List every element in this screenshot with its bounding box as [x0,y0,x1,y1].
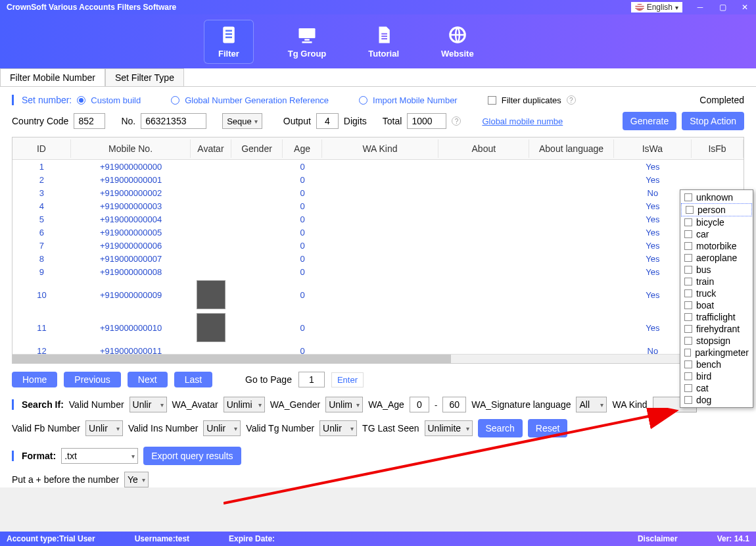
valid-ins-select[interactable]: Unlir▾ [203,420,241,436]
table-row[interactable]: 3+9190000000020No [12,186,744,199]
wa-avatar-select[interactable]: Unlimi▾ [224,397,265,412]
valid-number-select[interactable]: Unlir▾ [130,397,167,412]
filter-icon [219,25,239,45]
home-button[interactable]: Home [12,372,57,387]
dropdown-item[interactable]: car [680,228,753,240]
tab-filter-mobile[interactable]: Filter Mobile Number [0,68,105,86]
dropdown-item[interactable]: parkingmeter [680,347,753,359]
dropdown-item[interactable]: dog [680,394,753,406]
dropdown-item[interactable]: trafficlight [680,311,753,323]
checkbox-icon[interactable] [686,206,694,214]
checkbox-icon[interactable] [684,289,692,297]
tg-last-seen-select[interactable]: Unlimite▾ [425,420,473,436]
reset-button[interactable]: Reset [528,419,568,437]
globe-icon [448,25,467,45]
last-button[interactable]: Last [174,372,212,387]
total-input[interactable] [407,113,446,129]
table-row[interactable]: 7+9190000000060Yes [12,239,744,252]
table-row[interactable]: 4+9190000000030Yes [12,199,744,212]
dropdown-item[interactable]: boat [680,299,753,311]
table-row[interactable]: 11+9190000000100Yes [12,311,744,344]
table-row[interactable]: 9+9190000000080Yes [12,265,744,278]
checkbox-icon[interactable] [684,278,692,285]
language-select[interactable]: English ▾ [631,2,682,12]
checkbox-icon[interactable] [684,254,692,262]
output-input[interactable] [316,113,339,129]
dropdown-item[interactable]: firehydrant [680,323,753,335]
radio-global-gen[interactable] [171,96,179,105]
checkbox-icon[interactable] [684,372,692,380]
dropdown-item[interactable]: bus [680,264,753,276]
valid-tg-select[interactable]: Unlir▾ [319,420,357,436]
table-row[interactable]: 10+9190000000090Yes [12,278,744,311]
plus-prefix-select[interactable]: Ye▾ [124,472,149,487]
toolbar-website[interactable]: Website [433,20,482,64]
disclaimer-link[interactable]: Disclaimer [638,534,678,543]
dropdown-item[interactable]: bicycle [680,216,753,228]
search-button[interactable]: Search [478,419,523,437]
stop-action-button[interactable]: Stop Action [682,112,744,130]
checkbox-icon[interactable] [684,230,692,238]
help-icon[interactable]: ? [452,116,461,126]
checkbox-icon[interactable] [684,242,692,250]
svg-rect-7 [381,33,387,34]
previous-button[interactable]: Previous [64,372,120,387]
table-row[interactable]: 8+9190000000070Yes [12,252,744,265]
dropdown-item[interactable]: person [681,203,752,216]
monitor-icon [297,25,317,45]
maximize-button[interactable]: ▢ [711,0,734,14]
dropdown-item[interactable]: cat [680,382,753,394]
dropdown-item[interactable]: bird [680,370,753,382]
dropdown-item[interactable]: unknown [680,191,753,203]
enter-button[interactable]: Enter [331,372,364,387]
table-row[interactable]: 2+9190000000010Yes [12,173,744,186]
dropdown-item[interactable]: bench [680,359,753,370]
checkbox-icon[interactable] [684,218,692,226]
global-mobile-link[interactable]: Global mobile numbe [482,116,563,126]
toolbar-tutorial[interactable]: Tutorial [360,20,407,64]
table-row[interactable]: 6+9190000000050Yes [12,226,744,239]
checkbox-icon[interactable] [684,337,692,345]
dropdown-item[interactable]: truck [680,287,753,299]
checkbox-icon[interactable] [684,325,692,333]
checkbox-filter-duplicates[interactable] [488,96,496,105]
generate-button[interactable]: Generate [623,112,676,130]
checkbox-icon[interactable] [684,266,692,274]
number-input[interactable] [141,113,206,129]
format-select[interactable]: .txt▾ [61,448,138,464]
table-row[interactable]: 1+9190000000000Yes [12,160,744,173]
checkbox-icon[interactable] [684,301,692,309]
goto-page-input[interactable] [298,372,325,387]
dropdown-item[interactable]: train [680,276,753,287]
sequence-select[interactable]: Seque▾ [222,113,262,129]
dropdown-item[interactable]: motorbike [680,240,753,252]
wa-gender-select[interactable]: Unlim▾ [325,397,363,412]
country-code-input[interactable] [74,113,105,129]
app-title: CrownSoft Various Accounts Filters Softw… [7,3,631,12]
minimize-button[interactable]: ─ [689,0,711,14]
checkbox-icon[interactable] [684,396,692,404]
main-toolbar: Filter Tg Group Tutorial Website [0,14,756,68]
age-max-input[interactable] [442,397,466,412]
next-button[interactable]: Next [128,372,168,387]
tab-set-filter-type[interactable]: Set Filter Type [105,68,184,86]
wa-signature-lang-select[interactable]: All▾ [576,397,607,412]
checkbox-icon[interactable] [684,193,692,201]
dropdown-item[interactable]: aeroplane [680,252,753,264]
radio-import[interactable] [359,96,367,105]
checkbox-icon[interactable] [684,349,691,357]
checkbox-icon[interactable] [684,313,692,321]
dropdown-item[interactable]: stopsign [680,335,753,347]
close-button[interactable]: ✕ [734,0,756,14]
export-button[interactable]: Export query results [143,447,241,465]
age-min-input[interactable] [410,397,429,412]
valid-fb-select[interactable]: Unlir▾ [85,420,123,436]
checkbox-icon[interactable] [684,384,692,392]
horizontal-scrollbar[interactable] [12,354,744,363]
table-row[interactable]: 5+9190000000040Yes [12,212,744,226]
checkbox-icon[interactable] [684,360,692,368]
help-icon[interactable]: ? [567,95,576,105]
radio-custom-build[interactable] [77,96,85,105]
toolbar-filter[interactable]: Filter [204,20,254,64]
toolbar-tggroup[interactable]: Tg Group [280,20,335,64]
